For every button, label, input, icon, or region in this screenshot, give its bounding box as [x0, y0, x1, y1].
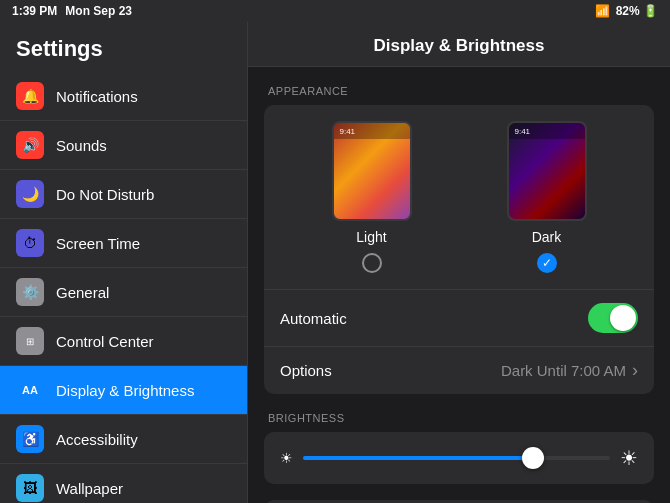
- wallpaper-label: Wallpaper: [56, 480, 231, 497]
- appearance-section-label: APPEARANCE: [264, 85, 654, 97]
- status-bar-left: 1:39 PM Mon Sep 23: [12, 4, 132, 18]
- sidebar-item-accessibility[interactable]: ♿ Accessibility: [0, 415, 247, 464]
- light-option[interactable]: 9:41 Light: [332, 121, 412, 273]
- do-not-disturb-icon: 🌙: [16, 180, 44, 208]
- sidebar-item-general[interactable]: ⚙️ General: [0, 268, 247, 317]
- brightness-fill: [303, 456, 533, 460]
- brightness-section-label: BRIGHTNESS: [264, 412, 654, 424]
- accessibility-icon: ♿: [16, 425, 44, 453]
- brightness-row: ☀ ☀: [264, 432, 654, 484]
- appearance-card: 9:41 Light 9:41 Dark: [264, 105, 654, 394]
- content-header: Display & Brightness: [248, 22, 670, 67]
- display-brightness-label: Display & Brightness: [56, 382, 231, 399]
- options-label: Options: [280, 362, 501, 379]
- brightness-thumb: [522, 447, 544, 469]
- content-title: Display & Brightness: [374, 36, 545, 55]
- battery-indicator: 82% 🔋: [616, 4, 658, 18]
- status-bar: 1:39 PM Mon Sep 23 📶 82% 🔋: [0, 0, 670, 22]
- automatic-toggle[interactable]: [588, 303, 638, 333]
- light-preview-statusbar: 9:41: [334, 123, 410, 139]
- general-label: General: [56, 284, 231, 301]
- options-row[interactable]: Options Dark Until 7:00 AM: [264, 346, 654, 394]
- dark-option[interactable]: 9:41 Dark: [507, 121, 587, 273]
- dark-preview: 9:41: [507, 121, 587, 221]
- sidebar-item-wallpaper[interactable]: 🖼 Wallpaper: [0, 464, 247, 503]
- accessibility-label: Accessibility: [56, 431, 231, 448]
- light-label: Light: [356, 229, 386, 245]
- wifi-icon: 📶: [595, 4, 610, 18]
- status-bar-right: 📶 82% 🔋: [595, 4, 658, 18]
- main-layout: Settings 🔔 Notifications 🔊 Sounds 🌙 Do N…: [0, 22, 670, 503]
- wallpaper-icon: 🖼: [16, 474, 44, 502]
- screen-time-label: Screen Time: [56, 235, 231, 252]
- sounds-label: Sounds: [56, 137, 231, 154]
- brightness-low-icon: ☀: [280, 450, 293, 466]
- sounds-icon: 🔊: [16, 131, 44, 159]
- dark-radio[interactable]: [537, 253, 557, 273]
- automatic-label: Automatic: [280, 310, 588, 327]
- options-chevron-icon: [632, 360, 638, 381]
- appearance-row: 9:41 Light 9:41 Dark: [264, 105, 654, 289]
- light-radio[interactable]: [362, 253, 382, 273]
- screen-time-icon: ⏱: [16, 229, 44, 257]
- appearance-section: APPEARANCE 9:41 Light: [264, 85, 654, 394]
- display-brightness-icon: AA: [16, 376, 44, 404]
- dark-preview-statusbar: 9:41: [509, 123, 585, 139]
- sidebar-item-control-center[interactable]: ⊞ Control Center: [0, 317, 247, 366]
- general-icon: ⚙️: [16, 278, 44, 306]
- do-not-disturb-label: Do Not Disturb: [56, 186, 231, 203]
- automatic-row: Automatic: [264, 289, 654, 346]
- automatic-toggle-knob: [610, 305, 636, 331]
- dark-label: Dark: [532, 229, 562, 245]
- brightness-high-icon: ☀: [620, 446, 638, 470]
- sidebar: Settings 🔔 Notifications 🔊 Sounds 🌙 Do N…: [0, 22, 248, 503]
- control-center-icon: ⊞: [16, 327, 44, 355]
- sidebar-item-do-not-disturb[interactable]: 🌙 Do Not Disturb: [0, 170, 247, 219]
- date: Mon Sep 23: [65, 4, 132, 18]
- control-center-label: Control Center: [56, 333, 231, 350]
- sidebar-item-display-brightness[interactable]: AA Display & Brightness: [0, 366, 247, 415]
- sidebar-item-sounds[interactable]: 🔊 Sounds: [0, 121, 247, 170]
- notifications-icon: 🔔: [16, 82, 44, 110]
- sidebar-title: Settings: [0, 22, 247, 72]
- sidebar-item-notifications[interactable]: 🔔 Notifications: [0, 72, 247, 121]
- brightness-card: ☀ ☀: [264, 432, 654, 484]
- brightness-section: BRIGHTNESS ☀ ☀: [264, 412, 654, 484]
- sidebar-item-screen-time[interactable]: ⏱ Screen Time: [0, 219, 247, 268]
- notifications-label: Notifications: [56, 88, 231, 105]
- content-area: Display & Brightness APPEARANCE 9:41 Lig…: [248, 22, 670, 503]
- brightness-slider[interactable]: [303, 456, 610, 460]
- light-preview: 9:41: [332, 121, 412, 221]
- options-value: Dark Until 7:00 AM: [501, 362, 626, 379]
- time: 1:39 PM: [12, 4, 57, 18]
